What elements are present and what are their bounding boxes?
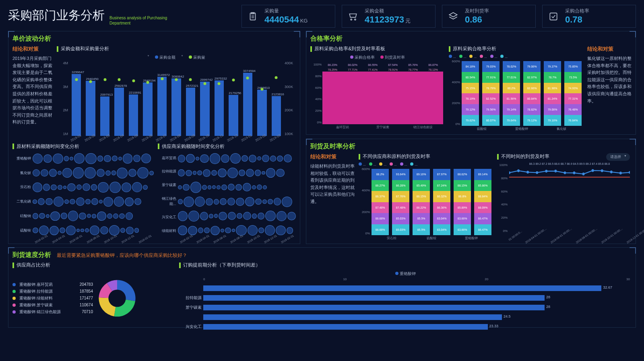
chart-title: 采购金额和采购量分析	[61, 45, 109, 52]
kpi-ontime: 及时到货率0.86	[442, 5, 536, 28]
svg-point-9	[554, 170, 557, 172]
dropdown-select[interactable]: 请选择	[606, 153, 630, 161]
accent-bar-icon	[57, 46, 58, 52]
chart-title: 原材料采购额随时间变化分析	[17, 143, 79, 150]
check-icon	[547, 10, 559, 23]
section-quality: 合格率分析 原料采购合格率&到货及时率看板 采购合格率 到货及时率 100%80…	[306, 31, 636, 135]
chart-title: 订购提前期分析（下单到货时间差）	[183, 262, 260, 269]
chart-title: 不同供应商和原料的到货及时率	[363, 153, 430, 160]
svg-point-8	[545, 170, 547, 172]
svg-point-7	[536, 171, 538, 174]
legend-label: 采购金额	[159, 55, 175, 59]
chart-plot: 600%400%200%0% 硫酸铵重铬酸钾氟化铍 84.18%80.54%75…	[449, 59, 583, 133]
chart-plot: 600%400%200%0% 萤石粉硫酸铵重铬酸钾 88.2%86.27%86.…	[359, 167, 493, 242]
kpi-value: 4440544	[264, 14, 299, 25]
stack-chart-arrival[interactable]: 不同供应商和原料的到货及时率 .................. 600%40…	[359, 153, 493, 242]
accent-bar-icon	[449, 46, 450, 52]
chart-plot: 4M3M2M1M 400K300K200K100K 32996472940450…	[57, 61, 296, 143]
bar-line-chart[interactable]: 采购金额和采购量分析 ˅ 采购金额 ˅ 采购量 4M3M2M1M 400K300…	[57, 45, 296, 143]
price-row1: 结论和对策 2019年3月采购部门金额大幅增加，探索发现主要是由于二氧化硒的采购…	[12, 45, 296, 143]
kpi-unit: 元	[405, 18, 411, 24]
accent-bar-icon	[179, 263, 181, 268]
svg-rect-3	[550, 13, 557, 20]
svg-point-4	[509, 171, 510, 174]
kpi-label: 采购合格率	[565, 8, 589, 14]
section-speed: 到货速度分析 最近需要紧急采购重铬酸钾，应该向哪个供应商采购比较好？ 供应商占比…	[8, 247, 636, 328]
svg-point-11	[573, 172, 576, 174]
svg-point-6	[526, 171, 529, 174]
line-chart-arrival[interactable]: 不同时间的到货及时率 请选择 100%80%60%40%20%0% 86.3 8…	[497, 153, 632, 242]
svg-point-10	[564, 171, 566, 174]
conclusion-text: 氟化铍这一原材料的整体合格率都不高，要在采购时加强把控。而特拉能源这一供应商的合…	[587, 55, 632, 105]
dashboard: 采购部门业务分析 Business analysis of Purchasing…	[0, 0, 644, 332]
dot-icon	[350, 55, 353, 59]
svg-point-14	[601, 169, 603, 172]
body: 单价波动分析 结论和对策 2019年3月采购部门金额大幅增加，探索发现主要是由于…	[8, 31, 636, 244]
chart-plot: 100%80%60%40%20%0% 86.23%86.02%86.55%87.…	[310, 63, 445, 131]
conclusion-panel: 结论和对策 绿能材料的到货及时率相对较低，联动可以查看到该供应商近期的到货及时率…	[310, 153, 355, 242]
svg-point-16	[619, 172, 622, 174]
kpi-value: 0.78	[565, 14, 589, 25]
area-fill	[322, 72, 443, 124]
legend-label: 重铬酸钾	[400, 271, 416, 276]
kpi-value: 0.86	[465, 14, 489, 25]
kpi-row: 采购量4440544KG 采购金额41123973元 及时到货率0.86 采购合…	[242, 5, 636, 28]
column-right: 合格率分析 原料采购合格率&到货及时率看板 采购合格率 到货及时率 100%80…	[306, 31, 636, 244]
kpi-amount: 采购金额41123973元	[342, 5, 436, 28]
svg-point-13	[592, 169, 594, 172]
conclusion-text: 绿能材料的到货及时率相对较低，联动可以查看到该供应商近期的到货及时率情况，这时就…	[310, 163, 355, 205]
bubble-chart-material[interactable]: 原材料采购额随时间变化分析 重铬酸钾氟化铍萤石粉二氧化硒硅酸钠硫酸铵 2018-…	[12, 143, 154, 241]
chart-plot: 0102030 32.67拉特能源28景宁碳素2824.5兴安化工23.33	[179, 277, 632, 334]
stack-chart-quality[interactable]: 原料采购合格率分析 .................. 600%400%200…	[449, 45, 583, 133]
chart-title: 原料采购合格率&到货及时率看板	[314, 45, 385, 52]
accent-bar-icon	[359, 154, 360, 160]
accent-bar-icon	[497, 154, 499, 160]
column-left: 单价波动分析 结论和对策 2019年3月采购部门金额大幅增加，探索发现主要是由于…	[8, 31, 300, 244]
conclusion-title: 结论和对策	[310, 153, 355, 160]
cart-icon	[347, 10, 359, 23]
section-title: 到货速度分析	[12, 251, 51, 259]
svg-point-17	[629, 171, 630, 174]
layers-icon	[447, 10, 459, 23]
hbar-panel[interactable]: 订购提前期分析（下单到货时间差） 重铬酸钾 0102030 32.67拉特能源2…	[179, 262, 632, 326]
bubble-row: 原材料采购额随时间变化分析 重铬酸钾氟化铍萤石粉二氧化硒硅酸钠硫酸铵 2018-…	[12, 143, 296, 241]
legend-label: 采购合格率	[355, 55, 375, 59]
bubble-chart-supplier[interactable]: 供应商采购额随时间变化分析 嘉环贸易拉特能源景宁碳素锦江绿色能...兴安化工绿能…	[158, 143, 296, 241]
header: 采购部门业务分析 Business analysis of Purchasing…	[8, 5, 636, 28]
accent-bar-icon	[12, 263, 14, 268]
conclusion-text: 2019年3月采购部门金额大幅增加，探索发现主要是由于二氧化硒的采购单价整体变高…	[12, 55, 53, 126]
accent-bar-icon	[12, 144, 14, 149]
kpi-unit: KG	[300, 18, 308, 24]
dot-icon	[395, 272, 398, 275]
title-row: 到货速度分析 最近需要紧急采购重铬酸钾，应该向哪个供应商采购比较好？	[12, 251, 632, 262]
title-block: 采购部门业务分析 Business analysis of Purchasing…	[8, 7, 233, 26]
accent-bar-icon	[310, 46, 312, 52]
conclusion-panel: 结论和对策 氟化铍这一原材料的整体合格率都不高，要在采购时加强把控。而特拉能源这…	[587, 45, 632, 133]
area-chart[interactable]: 原料采购合格率&到货及时率看板 采购合格率 到货及时率 100%80%60%40…	[310, 45, 445, 133]
question-text: 最近需要紧急采购重铬酸钾，应该向哪个供应商采购比较好？	[57, 252, 187, 259]
kpi-qualrate: 采购合格率0.78	[542, 5, 636, 28]
chart-title: 原料采购合格率分析	[453, 45, 496, 52]
pie-chart	[93, 274, 141, 322]
kpi-volume: 采购量4440544KG	[242, 5, 335, 28]
chart-legend: 采购合格率 到货及时率	[310, 55, 445, 60]
kpi-label: 采购量	[264, 8, 308, 14]
dot-icon	[189, 55, 192, 59]
svg-point-2	[355, 18, 356, 20]
line-top-labels: 86.3 89.2 87.2 86.5 88.6 88.7 86.9 84.5 …	[509, 162, 630, 165]
kpi-label: 及时到货率	[465, 8, 489, 14]
legend-label: 到货及时率	[385, 55, 405, 59]
section-title: 到货及时率分析	[310, 142, 632, 151]
section-arrival: 到货及时率分析 结论和对策 绿能材料的到货及时率相对较低，联动可以查看到该供应商…	[306, 139, 636, 244]
svg-point-12	[582, 172, 585, 175]
conclusion-title: 结论和对策	[12, 45, 53, 53]
section-price: 单价波动分析 结论和对策 2019年3月采购部门金额大幅增加，探索发现主要是由于…	[8, 31, 300, 244]
svg-point-18	[108, 289, 126, 307]
section-title: 单价波动分析	[12, 35, 296, 43]
pie-panel[interactable]: 供应商占比分析 重铬酸钾.嘉环贸易204783重铬酸钾.拉特能源187854重铬…	[12, 262, 173, 326]
svg-point-1	[351, 18, 352, 20]
conclusion-title: 结论和对策	[587, 45, 632, 53]
kpi-value: 41123973	[365, 14, 404, 25]
section-title: 合格率分析	[310, 35, 632, 43]
chart-title: 供应商占比分析	[17, 262, 50, 269]
